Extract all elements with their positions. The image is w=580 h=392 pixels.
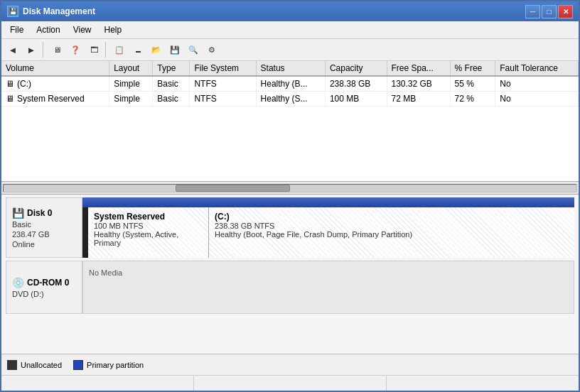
- toolbar-btn-4[interactable]: 📋: [111, 41, 128, 58]
- cell-freespace-c: 130.32 GB: [387, 76, 450, 92]
- cell-layout-c: Simple: [109, 76, 153, 92]
- col-faulttolerance[interactable]: Fault Tolerance: [495, 61, 579, 76]
- cell-capacity-c: 238.38 GB: [325, 76, 387, 92]
- col-pctfree[interactable]: % Free: [450, 61, 495, 76]
- cell-freespace-sysres: 72 MB: [387, 92, 450, 107]
- window-title: Disk Management: [23, 6, 95, 16]
- legend-primary-box: [73, 360, 83, 370]
- cell-fs-c: NTFS: [190, 76, 256, 92]
- table-row[interactable]: 🖥 (C:) Simple Basic NTFS Healthy (B... 2…: [1, 76, 579, 92]
- status-pane-1: [1, 376, 194, 391]
- toolbar-btn-1[interactable]: 🖥: [48, 41, 65, 58]
- menu-view[interactable]: View: [68, 23, 97, 37]
- sysres-size: 100 MB NTFS: [94, 222, 203, 230]
- toolbar-btn-7[interactable]: 💾: [166, 41, 183, 58]
- toolbar-btn-3[interactable]: 🗔: [85, 41, 102, 58]
- col-volume[interactable]: Volume: [1, 61, 109, 76]
- toolbar: ◄ ► 🖥 ❓ 🗔 📋 🗕 📂 💾 🔍 ⚙: [1, 39, 579, 61]
- close-button[interactable]: ✕: [558, 5, 573, 18]
- status-pane-2: [194, 376, 387, 391]
- minimize-button[interactable]: ─: [525, 5, 540, 18]
- disk-0-size: 238.47 GB: [12, 230, 76, 239]
- status-bar: [1, 375, 579, 391]
- menu-action[interactable]: Action: [31, 23, 65, 37]
- disk-section: 💾 Disk 0 Basic 238.47 GB Online System R…: [1, 195, 579, 354]
- cell-status-sysres: Healthy (S...: [256, 92, 325, 107]
- cdrom-icon: 💿: [12, 277, 24, 288]
- col-filesystem[interactable]: File System: [190, 61, 256, 76]
- disk-0-status: Online: [12, 240, 76, 249]
- legend-section: Unallocated Primary partition: [1, 354, 579, 375]
- cell-pctfree-c: 55 %: [450, 76, 495, 92]
- toolbar-btn-8[interactable]: 🔍: [185, 41, 202, 58]
- drive-icon-c: 🖥: [6, 79, 14, 89]
- disk-0-label: 💾 Disk 0 Basic 238.47 GB Online: [6, 197, 82, 258]
- cell-fault-sysres: No: [495, 92, 579, 107]
- disk-0-unallocated[interactable]: [82, 207, 88, 258]
- toolbar-btn-2[interactable]: ❓: [67, 41, 84, 58]
- c-size: 238.38 GB NTFS: [215, 222, 569, 230]
- forward-button[interactable]: ►: [23, 41, 40, 58]
- status-pane-3: [387, 376, 579, 391]
- volume-table: Volume Layout Type File System Status Ca…: [1, 61, 579, 107]
- cdrom-0-type: DVD (D:): [12, 290, 76, 298]
- disk-0-type: Basic: [12, 220, 76, 229]
- main-content: Volume Layout Type File System Status Ca…: [1, 61, 579, 391]
- toolbar-btn-9[interactable]: ⚙: [203, 41, 220, 58]
- app-icon: 💾: [7, 6, 18, 17]
- col-capacity[interactable]: Capacity: [325, 61, 387, 76]
- title-bar: 💾 Disk Management ─ □ ✕: [1, 1, 579, 21]
- disk-0-c-partition[interactable]: (C:) 238.38 GB NTFS Healthy (Boot, Page …: [209, 207, 574, 258]
- title-controls[interactable]: ─ □ ✕: [525, 5, 573, 18]
- toolbar-separator-2: [105, 42, 108, 58]
- legend-primary: Primary partition: [73, 360, 144, 370]
- c-status: Healthy (Boot, Page File, Crash Dump, Pr…: [215, 230, 569, 239]
- main-window: 💾 Disk Management ─ □ ✕ File Action View…: [0, 0, 580, 392]
- menu-file[interactable]: File: [4, 23, 29, 37]
- disk-0-visual: System Reserved 100 MB NTFS Healthy (Sys…: [82, 197, 574, 258]
- sysres-title: System Reserved: [94, 212, 203, 222]
- scrollbar-track[interactable]: [3, 184, 577, 192]
- volume-table-section[interactable]: Volume Layout Type File System Status Ca…: [1, 61, 579, 182]
- horizontal-scrollbar[interactable]: [1, 182, 579, 195]
- disk-0-title: 💾 Disk 0: [12, 207, 76, 219]
- cdrom-no-media: No Media: [89, 268, 568, 277]
- col-type[interactable]: Type: [153, 61, 190, 76]
- cell-capacity-sysres: 100 MB: [325, 92, 387, 107]
- table-row[interactable]: 🖥 System Reserved Simple Basic NTFS Heal…: [1, 92, 579, 107]
- cell-pctfree-sysres: 72 %: [450, 92, 495, 107]
- toolbar-btn-5[interactable]: 🗕: [129, 41, 146, 58]
- disk-0-header-bar: [82, 197, 574, 207]
- sysres-status: Healthy (System, Active, Primary: [94, 230, 203, 247]
- toolbar-separator-1: [43, 42, 45, 58]
- cell-layout-sysres: Simple: [109, 92, 153, 107]
- row-icon-sysres: 🖥 System Reserved: [6, 94, 85, 104]
- cdrom-0-row: 💿 CD-ROM 0 DVD (D:) No Media: [6, 261, 574, 314]
- legend-unalloc-label: Unallocated: [21, 361, 62, 369]
- back-button[interactable]: ◄: [4, 41, 21, 58]
- cell-fs-sysres: NTFS: [190, 92, 256, 107]
- maximize-button[interactable]: □: [542, 5, 557, 18]
- cell-volume-sysres: 🖥 System Reserved: [1, 92, 109, 107]
- legend-unalloc-box: [7, 360, 17, 370]
- menu-help[interactable]: Help: [99, 23, 128, 37]
- title-bar-left: 💾 Disk Management: [7, 6, 95, 17]
- toolbar-btn-6[interactable]: 📂: [148, 41, 165, 58]
- col-layout[interactable]: Layout: [109, 61, 153, 76]
- disk-0-row: 💾 Disk 0 Basic 238.47 GB Online System R…: [6, 197, 574, 258]
- cell-status-c: Healthy (B...: [256, 76, 325, 92]
- scrollbar-thumb[interactable]: [176, 185, 290, 192]
- cell-volume-c: 🖥 (C:): [1, 76, 109, 92]
- cell-fault-c: No: [495, 76, 579, 92]
- cdrom-0-content: No Media: [82, 261, 574, 314]
- legend-primary-label: Primary partition: [87, 361, 144, 369]
- cell-type-sysres: Basic: [153, 92, 190, 107]
- menu-bar: File Action View Help: [1, 21, 579, 39]
- disk-0-sysres-partition[interactable]: System Reserved 100 MB NTFS Healthy (Sys…: [88, 207, 209, 258]
- legend-unallocated: Unallocated: [7, 360, 62, 370]
- col-status[interactable]: Status: [256, 61, 325, 76]
- cdrom-0-label: 💿 CD-ROM 0 DVD (D:): [6, 261, 82, 314]
- cell-type-c: Basic: [153, 76, 190, 92]
- col-freespace[interactable]: Free Spa...: [387, 61, 450, 76]
- disk-0-partitions: System Reserved 100 MB NTFS Healthy (Sys…: [82, 207, 574, 258]
